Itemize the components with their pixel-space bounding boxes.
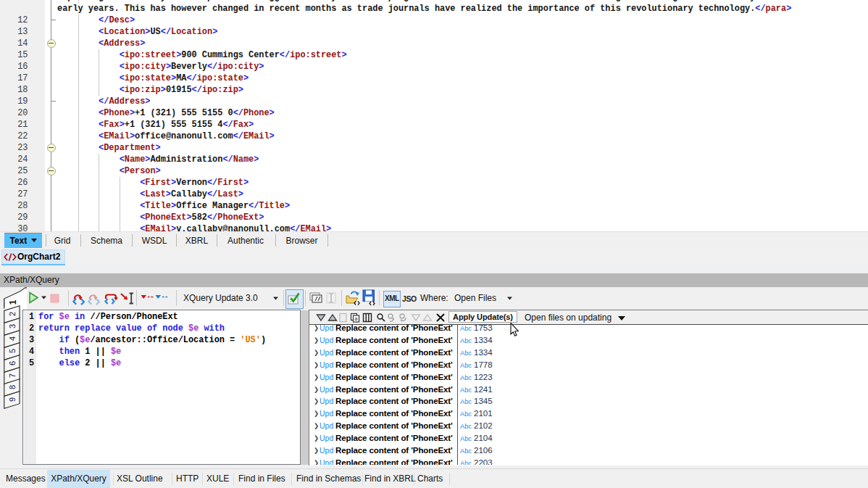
svg-text:2: 2 [7,312,16,316]
svg-text:8: 8 [7,385,16,389]
svg-text:4: 4 [7,336,16,341]
svg-text:7: 7 [7,373,16,377]
svg-text:a: a [355,316,358,321]
svg-text:5: 5 [7,349,16,353]
svg-text:1: 1 [8,299,18,305]
svg-text:9: 9 [7,397,16,402]
svg-text:3: 3 [7,324,16,328]
svg-text:6: 6 [7,361,16,365]
